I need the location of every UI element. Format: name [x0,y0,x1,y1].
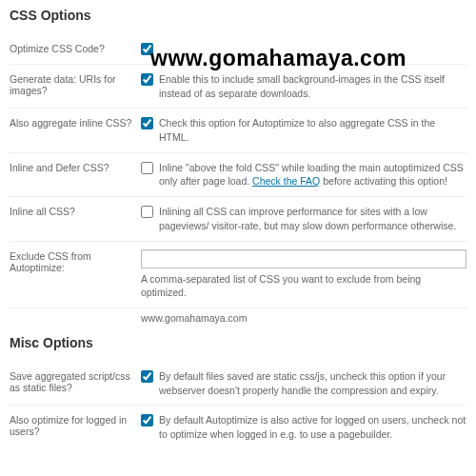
desc-exclude-css: A comma-separated list of CSS you want t… [141,272,466,300]
desc-data-uris: Enable this to include small background-… [159,72,466,100]
desc-inline-all: Inlining all CSS can improve performance… [159,205,466,232]
row-exclude-css: Exclude CSS from Autoptimize: A comma-se… [10,242,466,308]
desc-aggregate-inline: Check this option for Autoptimize to als… [159,116,466,144]
label-inline-defer: Inline and Defer CSS? [10,161,141,173]
desc-logged-in: By default Autoptimize is also active fo… [159,413,466,441]
row-optimize-css: Optimize CSS Code? [10,34,466,65]
row-save-static: Save aggregated script/css as static fil… [10,362,466,406]
label-inline-all: Inline all CSS? [10,205,141,217]
label-save-static: Save aggregated script/css as static fil… [10,369,141,393]
desc-inline-defer: Inline "above the fold CSS" while loadin… [159,161,466,188]
row-logged-in: Also optimize for logged in users? By de… [10,406,466,448]
checkbox-aggregate-inline[interactable] [141,117,153,129]
label-optimize-css: Optimize CSS Code? [10,42,141,54]
desc-save-static: By default files saved are static css/js… [159,369,466,397]
input-exclude-css[interactable] [141,249,466,268]
link-check-faq[interactable]: Check the FAQ [252,175,320,187]
row-inline-all: Inline all CSS? Inlining all CSS can imp… [10,197,466,241]
misc-options-heading: Misc Options [10,335,466,350]
checkbox-logged-in[interactable] [141,414,153,426]
row-inline-defer: Inline and Defer CSS? Inline "above the … [10,153,466,197]
css-options-heading: CSS Options [10,8,466,23]
label-aggregate-inline: Also aggregate inline CSS? [10,116,141,129]
checkbox-inline-defer[interactable] [141,162,153,174]
row-data-uris: Generate data: URIs for images? Enable t… [10,65,466,109]
checkbox-save-static[interactable] [141,370,153,383]
checkbox-data-uris[interactable] [141,73,153,86]
row-aggregate-inline: Also aggregate inline CSS? Check this op… [10,109,466,152]
label-exclude-css: Exclude CSS from Autoptimize: [10,249,141,273]
label-data-uris: Generate data: URIs for images? [10,72,141,96]
label-logged-in: Also optimize for logged in users? [10,413,141,437]
checkbox-optimize-css[interactable] [141,43,153,55]
watermark-small: www.gomahamaya.com [141,308,466,326]
checkbox-inline-all[interactable] [141,206,153,218]
